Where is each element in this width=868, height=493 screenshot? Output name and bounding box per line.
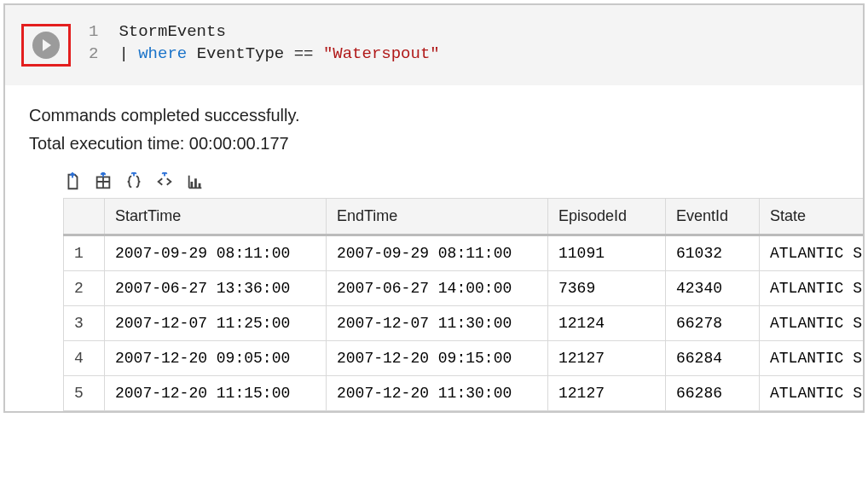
table-row[interactable]: 22007-06-27 13:36:002007-06-27 14:00:007… (64, 271, 865, 306)
cell[interactable]: 12127 (548, 376, 666, 411)
cell[interactable]: 66284 (666, 341, 760, 376)
cell[interactable]: 2007-09-29 08:11:00 (327, 235, 548, 271)
table-row[interactable]: 42007-12-20 09:05:002007-12-20 09:15:001… (64, 341, 865, 376)
cell[interactable]: 7369 (548, 271, 666, 306)
cell[interactable]: 11091 (548, 235, 666, 271)
results-table[interactable]: StartTime EndTime EpisodeId EventId Stat… (63, 198, 865, 411)
svg-rect-2 (194, 178, 197, 188)
col-header[interactable]: State (760, 199, 865, 235)
cell[interactable]: 2007-06-27 14:00:00 (327, 271, 548, 306)
col-header[interactable]: EventId (666, 199, 760, 235)
cell[interactable]: 2007-12-20 11:30:00 (327, 376, 548, 411)
col-header[interactable]: EndTime (327, 199, 548, 235)
cell[interactable]: 61032 (666, 235, 760, 271)
cell[interactable]: 66278 (666, 306, 760, 341)
rownum-header (64, 199, 105, 235)
cell[interactable]: 42340 (666, 271, 760, 306)
row-number: 1 (64, 235, 105, 271)
results-panel: Commands completed successfully. Total e… (5, 85, 863, 411)
cell[interactable]: ATLANTIC S (760, 271, 865, 306)
svg-rect-3 (199, 183, 201, 188)
svg-rect-1 (191, 182, 194, 188)
row-number: 2 (64, 271, 105, 306)
execution-time: Total execution time: 00:00:00.177 (29, 134, 841, 154)
status-message: Commands completed successfully. (29, 106, 841, 125)
row-number: 4 (64, 341, 105, 376)
code-lines[interactable]: StormEvents| where EventType == "Watersp… (119, 20, 439, 65)
export-file-icon[interactable] (63, 172, 82, 191)
cell[interactable]: 2007-12-07 11:25:00 (105, 306, 327, 341)
run-button-highlight (21, 24, 71, 67)
cell[interactable]: 2007-12-20 09:05:00 (105, 341, 327, 376)
export-table-icon[interactable] (94, 172, 113, 191)
table-header-row: StartTime EndTime EpisodeId EventId Stat… (64, 199, 865, 235)
results-toolbar (63, 172, 841, 191)
line-gutter: 12 (75, 20, 119, 65)
row-number: 3 (64, 306, 105, 341)
table-row[interactable]: 52007-12-20 11:15:002007-12-20 11:30:001… (64, 376, 865, 411)
cell[interactable]: 12124 (548, 306, 666, 341)
cell[interactable]: ATLANTIC S (760, 376, 865, 411)
cell[interactable]: 66286 (666, 376, 760, 411)
cell[interactable]: 12127 (548, 341, 666, 376)
cell[interactable]: ATLANTIC S (760, 235, 865, 271)
cell[interactable]: 2007-09-29 08:11:00 (105, 235, 327, 271)
cell[interactable]: 2007-12-07 11:30:00 (327, 306, 548, 341)
table-row[interactable]: 32007-12-07 11:25:002007-12-07 11:30:001… (64, 306, 865, 341)
chart-icon[interactable] (186, 172, 205, 191)
cell[interactable]: 2007-06-27 13:36:00 (105, 271, 327, 306)
cell[interactable]: ATLANTIC S (760, 341, 865, 376)
query-editor[interactable]: 12 StormEvents| where EventType == "Wate… (5, 5, 863, 85)
row-number: 5 (64, 376, 105, 411)
run-button[interactable] (32, 32, 60, 59)
col-header[interactable]: EpisodeId (548, 199, 666, 235)
export-json-icon[interactable] (124, 172, 143, 191)
cell[interactable]: 2007-12-20 11:15:00 (105, 376, 327, 411)
cell[interactable]: ATLANTIC S (760, 306, 865, 341)
export-code-icon[interactable] (155, 172, 174, 191)
table-row[interactable]: 12007-09-29 08:11:002007-09-29 08:11:001… (64, 235, 865, 271)
cell[interactable]: 2007-12-20 09:15:00 (327, 341, 548, 376)
col-header[interactable]: StartTime (105, 199, 327, 235)
